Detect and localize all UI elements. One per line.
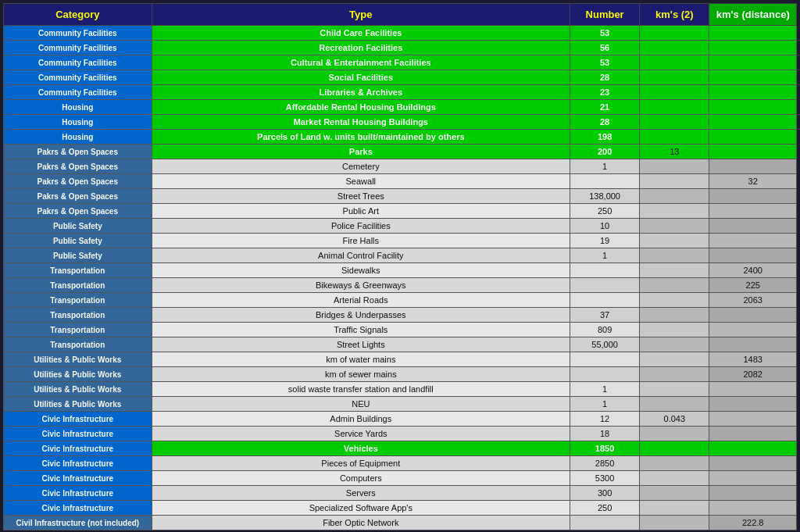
table-row: Community FacilitiesRecreation Facilitie… — [4, 41, 797, 55]
km2-cell — [640, 352, 709, 367]
number-cell — [570, 278, 640, 293]
kmdist-cell — [709, 100, 797, 115]
type-cell: Cemetery — [152, 159, 570, 174]
type-cell: Fire Halls — [152, 234, 570, 248]
category-cell: Civic Infrastructure — [4, 456, 152, 471]
category-cell: Civic Infrastructure — [4, 471, 152, 486]
km2-cell — [640, 100, 709, 115]
table-row: Utilities & Public Workskm of sewer main… — [4, 367, 797, 382]
type-cell: Public Art — [152, 204, 570, 219]
type-cell: Admin Buildings — [152, 412, 570, 427]
table-row: Public SafetyFire Halls19 — [4, 234, 797, 248]
kmdist-cell — [709, 70, 797, 85]
table-row: Pakrs & Open SpacesParks20013 — [4, 145, 797, 159]
number-cell: 5300 — [570, 471, 640, 486]
category-cell: Pakrs & Open Spaces — [4, 159, 152, 174]
table-row: Civic InfrastructureAdmin Buildings120.0… — [4, 412, 797, 427]
category-cell: Civic Infrastructure — [4, 441, 152, 456]
kmdist-cell: 2063 — [709, 293, 797, 308]
type-cell: Servers — [152, 486, 570, 501]
type-cell: Vehicles — [152, 441, 570, 456]
number-cell — [570, 367, 640, 382]
km2-cell — [640, 174, 709, 189]
category-cell: Pakrs & Open Spaces — [4, 174, 152, 189]
km2-cell — [640, 263, 709, 278]
km2-cell — [640, 323, 709, 337]
kmdist-header: km's (distance) — [709, 4, 797, 26]
category-cell: Transportation — [4, 308, 152, 323]
table-row: Utilities & Public Workssolid waste tran… — [4, 382, 797, 397]
data-table: Category Type Number km's (2) km's (dist… — [3, 3, 797, 530]
table-row: Community FacilitiesLibraries & Archives… — [4, 85, 797, 100]
table-row: Public SafetyAnimal Control Facility1 — [4, 248, 797, 263]
table-row: Utilities & Public Workskm of water main… — [4, 352, 797, 367]
table-row: HousingAffordable Rental Housing Buildin… — [4, 100, 797, 115]
km2-cell — [640, 189, 709, 204]
category-cell: Pakrs & Open Spaces — [4, 204, 152, 219]
table-row: TransportationBikeways & Greenways225 — [4, 278, 797, 293]
number-cell — [570, 293, 640, 308]
category-cell: Housing — [4, 100, 152, 115]
table-row: Civic InfrastructureComputers5300 — [4, 471, 797, 486]
category-cell: Utilities & Public Works — [4, 367, 152, 382]
category-cell: Pakrs & Open Spaces — [4, 189, 152, 204]
type-cell: Sidewalks — [152, 263, 570, 278]
header-row: Category Type Number km's (2) km's (dist… — [4, 4, 797, 26]
type-cell: Computers — [152, 471, 570, 486]
number-header: Number — [570, 4, 640, 26]
km2-cell — [640, 456, 709, 471]
number-cell: 250 — [570, 204, 640, 219]
category-header: Category — [4, 4, 152, 26]
kmdist-cell — [709, 145, 797, 159]
type-cell: km of water mains — [152, 352, 570, 367]
kmdist-cell — [709, 234, 797, 248]
category-cell: Transportation — [4, 337, 152, 352]
km2-cell — [640, 234, 709, 248]
table-row: Civic InfrastructureVehicles1850 — [4, 441, 797, 456]
type-cell: Street Trees — [152, 189, 570, 204]
table-row: TransportationStreet Lights55,000 — [4, 337, 797, 352]
number-cell: 56 — [570, 41, 640, 55]
kmdist-cell — [709, 219, 797, 234]
kmdist-cell — [709, 159, 797, 174]
km2-cell — [640, 471, 709, 486]
main-container: Category Type Number km's (2) km's (dist… — [3, 3, 797, 530]
table-row: Community FacilitiesSocial Facilities28 — [4, 70, 797, 85]
kmdist-cell — [709, 55, 797, 70]
table-row: TransportationSidewalks2400 — [4, 263, 797, 278]
category-cell: Housing — [4, 130, 152, 145]
km2-cell — [640, 26, 709, 41]
number-cell: 250 — [570, 501, 640, 516]
kmdist-cell — [709, 412, 797, 427]
kmdist-cell: 2400 — [709, 263, 797, 278]
number-cell: 53 — [570, 26, 640, 41]
type-cell: Parks — [152, 145, 570, 159]
table-row: Public SafetyPolice Facilities10 — [4, 219, 797, 234]
category-cell: Utilities & Public Works — [4, 397, 152, 412]
kmdist-cell — [709, 441, 797, 456]
km2-cell — [640, 427, 709, 441]
kmdist-cell — [709, 397, 797, 412]
table-row: Pakrs & Open SpacesStreet Trees138,000 — [4, 189, 797, 204]
type-cell: Recreation Facilities — [152, 41, 570, 55]
km2-cell — [640, 516, 709, 530]
kmdist-cell — [709, 204, 797, 219]
category-cell: Civic Infrastructure — [4, 412, 152, 427]
kmdist-cell — [709, 248, 797, 263]
km2-cell — [640, 501, 709, 516]
km2-cell: 13 — [640, 145, 709, 159]
kmdist-cell — [709, 323, 797, 337]
type-cell: Market Rental Housing Buildings — [152, 115, 570, 130]
table-row: TransportationTraffic Signals809 — [4, 323, 797, 337]
category-cell: Community Facilities — [4, 55, 152, 70]
table-row: Pakrs & Open SpacesCemetery1 — [4, 159, 797, 174]
table-row: TransportationBridges & Underpasses37 — [4, 308, 797, 323]
category-cell: Community Facilities — [4, 85, 152, 100]
km2-cell — [640, 70, 709, 85]
category-cell: Utilities & Public Works — [4, 382, 152, 397]
category-cell: Transportation — [4, 263, 152, 278]
type-cell: Fiber Optic Network — [152, 516, 570, 530]
kmdist-cell — [709, 501, 797, 516]
kmdist-cell — [709, 26, 797, 41]
type-cell: Specialized Software App's — [152, 501, 570, 516]
